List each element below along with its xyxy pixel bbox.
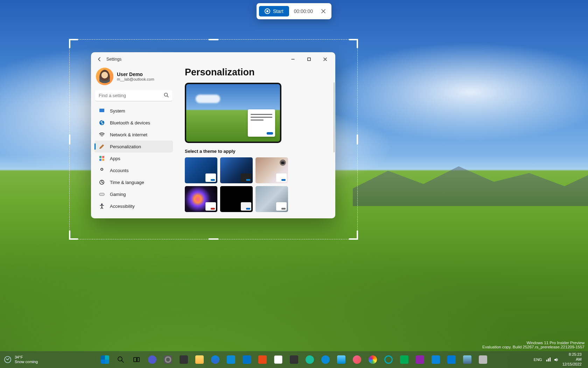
nav-label: Bluetooth & devices [110, 120, 150, 125]
taskbar-weather[interactable]: 34°F Snow coming [4, 355, 38, 364]
marquee-handle-left[interactable] [69, 135, 70, 144]
sidebar: User Demo m__lab@outlook.com System Blue… [91, 66, 176, 218]
nav-label: Gaming [110, 192, 126, 197]
nav-personalization[interactable]: Personalization [94, 141, 173, 152]
paintbrush-icon [99, 143, 105, 150]
network-tray-icon [546, 357, 551, 362]
svg-rect-17 [137, 357, 139, 362]
vscode-icon[interactable] [444, 353, 458, 367]
marquee-handle-tr[interactable] [349, 39, 358, 48]
theme-option-flow[interactable] [255, 186, 288, 212]
nav-system[interactable]: System [94, 105, 173, 117]
close-window-button[interactable] [317, 54, 333, 65]
mail-icon[interactable] [240, 353, 254, 367]
page-heading: Personalization [185, 66, 327, 83]
user-profile[interactable]: User Demo m__lab@outlook.com [94, 66, 173, 89]
svg-point-8 [101, 168, 103, 170]
taskbar-pinned [98, 353, 490, 367]
marquee-handle-br[interactable] [349, 231, 358, 240]
apps-icon [99, 155, 105, 162]
calculator-icon[interactable] [287, 353, 301, 367]
nav-list: System Bluetooth & devices Network & int… [94, 105, 173, 212]
maximize-icon [307, 57, 311, 61]
search-input[interactable] [95, 90, 172, 101]
svg-point-11 [102, 204, 103, 205]
accessibility-icon [99, 203, 105, 209]
app-icon-c[interactable] [334, 353, 348, 367]
marquee-handle-bl[interactable] [69, 231, 78, 240]
taskbar-clock[interactable]: 8:25:23 AM 12/15/2022 [562, 352, 582, 367]
nav-label: Accounts [110, 168, 128, 173]
start-button[interactable] [98, 353, 112, 367]
settings-window: Settings User Demo m__lab@outlook.com [91, 52, 335, 218]
theme-option-light[interactable] [185, 157, 217, 183]
theme-option-glow[interactable] [185, 186, 217, 212]
svg-point-1 [164, 93, 168, 96]
themes-label: Select a theme to apply [185, 149, 327, 154]
nav-label: Accessibility [110, 204, 135, 209]
teams-icon[interactable] [145, 353, 159, 367]
tray-icons[interactable] [546, 357, 559, 362]
nav-bluetooth[interactable]: Bluetooth & devices [94, 117, 173, 129]
app-icon-a[interactable] [303, 353, 317, 367]
desktop-preview[interactable] [185, 83, 281, 143]
minimize-icon [291, 57, 295, 61]
svg-point-15 [118, 357, 122, 361]
watermark-line2: Evaluation copy. Build 25267.rs_prerelea… [482, 345, 584, 349]
scrollbar[interactable] [334, 82, 335, 152]
app-icon-h[interactable] [429, 353, 443, 367]
terminal-icon[interactable] [177, 353, 191, 367]
edge-icon[interactable] [208, 353, 222, 367]
store-icon[interactable] [224, 353, 238, 367]
close-recorder-button[interactable] [318, 6, 329, 17]
cortana-icon[interactable] [382, 353, 396, 367]
marquee-handle-tl[interactable] [69, 39, 78, 48]
nav-gaming[interactable]: Gaming [94, 188, 173, 200]
nav-label: Personalization [110, 144, 141, 149]
start-recording-button[interactable]: Start [259, 6, 289, 16]
app-icon-i[interactable] [460, 353, 474, 367]
app-icon-e[interactable] [366, 353, 380, 367]
nav-apps[interactable]: Apps [94, 152, 173, 164]
settings-icon[interactable] [161, 353, 175, 367]
nav-accessibility[interactable]: Accessibility [94, 200, 173, 212]
back-button[interactable] [93, 53, 106, 66]
volume-tray-icon [554, 357, 559, 362]
svg-rect-16 [134, 357, 136, 362]
close-icon [321, 9, 326, 13]
weather-text: Snow coming [15, 360, 38, 364]
maximize-button[interactable] [301, 54, 317, 65]
nav-time[interactable]: Time & language [94, 176, 173, 188]
gamepad-icon [99, 191, 105, 197]
notepad-icon[interactable] [271, 353, 285, 367]
build-watermark: Windows 11 Pro Insider Preview Evaluatio… [482, 341, 584, 349]
theme-option-spotlight[interactable] [255, 157, 288, 183]
wifi-icon [99, 131, 105, 138]
weather-icon [4, 355, 12, 364]
theme-option-dark[interactable] [220, 157, 253, 183]
app-icon-b[interactable] [318, 353, 332, 367]
minimize-button[interactable] [285, 54, 301, 65]
tray-lang[interactable]: ENG [534, 357, 542, 362]
app-icon-j[interactable] [476, 353, 490, 367]
nav-network[interactable]: Network & internet [94, 129, 173, 141]
arrow-left-icon [97, 57, 102, 62]
window-title: Settings [106, 57, 121, 62]
nav-accounts[interactable]: Accounts [94, 164, 173, 176]
svg-rect-0 [308, 58, 310, 61]
marquee-handle-right[interactable] [357, 135, 358, 144]
theme-option-contrast[interactable] [220, 186, 253, 212]
search-button[interactable] [114, 353, 128, 367]
task-view-button[interactable] [130, 353, 144, 367]
explorer-icon[interactable] [192, 353, 206, 367]
avatar [96, 68, 113, 85]
marquee-handle-bottom[interactable] [209, 238, 218, 240]
app-icon-g[interactable] [413, 353, 427, 367]
nav-label: Apps [110, 156, 120, 161]
clock-date: 12/15/2022 [562, 362, 582, 367]
search-container [95, 90, 172, 101]
app-icon-f[interactable] [397, 353, 411, 367]
app-icon-d[interactable] [350, 353, 364, 367]
office-icon[interactable] [255, 353, 270, 367]
marquee-handle-top[interactable] [209, 39, 218, 40]
